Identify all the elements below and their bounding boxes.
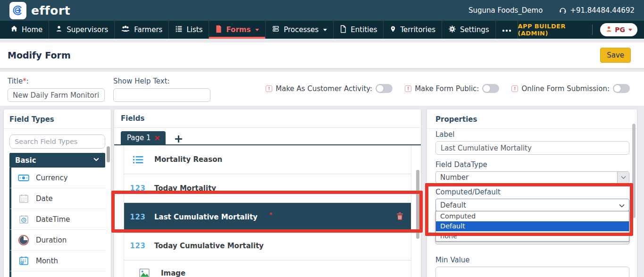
field-row-today-cumulative-mortality[interactable]: 123 Today Cumulative Mortality	[124, 232, 411, 260]
nav-label: Processes	[284, 25, 318, 34]
entity-file-icon	[340, 25, 347, 35]
field-row-label: Mortality Reason	[154, 155, 222, 164]
properties-panel: Properties Label Field DataType Number C…	[427, 109, 637, 277]
online-submission-toggle[interactable]	[613, 84, 630, 93]
save-button[interactable]: Save	[600, 48, 631, 63]
nav-item-lists[interactable]: Lists	[169, 21, 209, 39]
field-type-datetime[interactable]: DateTime	[9, 209, 105, 230]
help-text-label: Show Help Text:	[113, 77, 170, 85]
field-types-scrollbar[interactable]	[107, 146, 110, 162]
label-input[interactable]	[435, 141, 629, 155]
form-file-icon	[215, 25, 222, 35]
field-row-image[interactable]: Image Allowed file types (jpg jpeg png g…	[124, 260, 411, 277]
nav-item-home[interactable]: Home	[0, 21, 49, 39]
currency-icon	[17, 174, 30, 182]
field-type-label: Currency	[36, 174, 68, 182]
properties-scrollbar[interactable]	[632, 124, 636, 218]
user-icon	[605, 25, 612, 34]
field-type-month[interactable]: Month	[9, 251, 105, 271]
field-row-today-mortality[interactable]: 123 Today Mortality	[124, 174, 411, 203]
computed-default-select[interactable]: Default	[435, 199, 629, 211]
chevron-down-icon	[255, 29, 259, 31]
field-types-heading: Field Types	[9, 115, 105, 124]
divider	[427, 128, 637, 129]
process-icon	[272, 25, 280, 34]
form-meta-bar: Title*: Show Help Text: ! Make As Custom…	[0, 72, 644, 106]
field-types-group-basic[interactable]: Basic	[9, 153, 105, 168]
nav-item-settings[interactable]: Settings	[442, 21, 496, 39]
nav-item-entities[interactable]: Entities	[334, 21, 384, 39]
option-none[interactable]: none	[436, 231, 629, 241]
nav-item-processes[interactable]: Processes	[266, 21, 334, 39]
list-field-icon	[131, 155, 145, 164]
nav-label: Settings	[460, 25, 489, 34]
fields-panel: Fields Page 1 Mortality Reason 123 Today…	[114, 109, 421, 277]
gear-icon	[448, 25, 456, 35]
datatype-select[interactable]: Number	[435, 171, 629, 184]
support-phone-number: +91.84484.44692	[570, 6, 635, 15]
effort-logo-icon[interactable]	[9, 2, 26, 19]
field-type-number[interactable]: 123 Number	[9, 271, 105, 277]
list-icon	[175, 25, 183, 34]
field-types-search-input[interactable]	[9, 134, 105, 149]
number-123-icon: 123	[130, 242, 146, 250]
toggle-online-submission: ! Online Form Submission:	[511, 84, 630, 93]
add-page-button[interactable]	[175, 135, 182, 143]
delete-field-button[interactable]	[396, 212, 403, 222]
nav-label: Supervisors	[67, 25, 108, 34]
toggle-label: Online Form Submission:	[521, 84, 610, 93]
nav-label: Lists	[186, 25, 202, 34]
field-type-currency[interactable]: Currency	[9, 168, 105, 188]
image-icon	[137, 269, 151, 277]
datatype-field-label: Field DataType	[435, 160, 629, 169]
nav-label: Farmers	[134, 25, 162, 34]
required-asterisk: *	[269, 211, 272, 218]
nav-item-farmers[interactable]: Farmers	[115, 21, 169, 39]
info-icon: !	[405, 85, 411, 92]
form-public-toggle[interactable]	[482, 84, 499, 93]
title-field-label: Title*:	[8, 77, 29, 85]
close-icon[interactable]	[155, 134, 159, 142]
calendar-icon	[17, 193, 30, 203]
info-icon: !	[511, 85, 518, 92]
home-icon	[10, 25, 18, 34]
tenant-name: Suguna Foods_Demo	[468, 6, 543, 15]
nav-item-territories[interactable]: Territories	[384, 21, 442, 39]
field-row-last-cumulative-mortality[interactable]: 123 Last Cumulative Mortality *	[124, 203, 411, 232]
field-type-date[interactable]: Date	[9, 188, 105, 209]
chevron-down-icon	[619, 201, 625, 210]
nav-item-forms[interactable]: Forms	[209, 21, 266, 39]
user-menu-button[interactable]: PG	[600, 23, 637, 36]
chevron-down-icon	[93, 156, 100, 165]
field-row-mortality-reason[interactable]: Mortality Reason	[124, 145, 411, 174]
field-type-label: Date	[36, 194, 53, 203]
customer-activity-toggle[interactable]	[376, 84, 393, 93]
option-computed[interactable]: Computed	[436, 211, 629, 221]
ellipsis-icon	[502, 25, 511, 34]
divider	[592, 25, 593, 35]
chevron-down-icon	[323, 29, 327, 31]
datatype-value: Number	[436, 172, 617, 183]
option-default[interactable]: Default	[436, 221, 629, 231]
nav-label: Territories	[400, 25, 435, 34]
toggle-form-public: ! Make Form Public:	[405, 84, 499, 93]
nav-item-supervisors[interactable]: Supervisors	[49, 21, 115, 39]
fields-scrollbar[interactable]	[416, 170, 419, 239]
user-initials: PG	[615, 26, 625, 34]
field-row-label: Last Cumulative Mortality	[154, 213, 258, 221]
chevron-down-icon	[628, 29, 632, 31]
map-pin-icon	[390, 25, 396, 35]
nav-item-more[interactable]	[496, 21, 518, 39]
month-calendar-icon	[17, 256, 30, 266]
min-value-input[interactable]	[435, 267, 629, 277]
app-builder-badge: APP BUILDER (ADMIN)	[518, 23, 585, 37]
field-type-label: Duration	[36, 236, 67, 244]
nav-label: Entities	[351, 25, 377, 34]
form-title-input[interactable]	[8, 88, 105, 102]
page-title: Modify Form	[8, 50, 71, 60]
help-text-input[interactable]	[113, 88, 210, 102]
tab-page-1[interactable]: Page 1	[121, 131, 166, 144]
app-header: effort Suguna Foods_Demo +91.84484.44692	[0, 0, 644, 21]
field-type-duration[interactable]: Duration	[9, 230, 105, 251]
tab-label: Page 1	[127, 134, 151, 142]
